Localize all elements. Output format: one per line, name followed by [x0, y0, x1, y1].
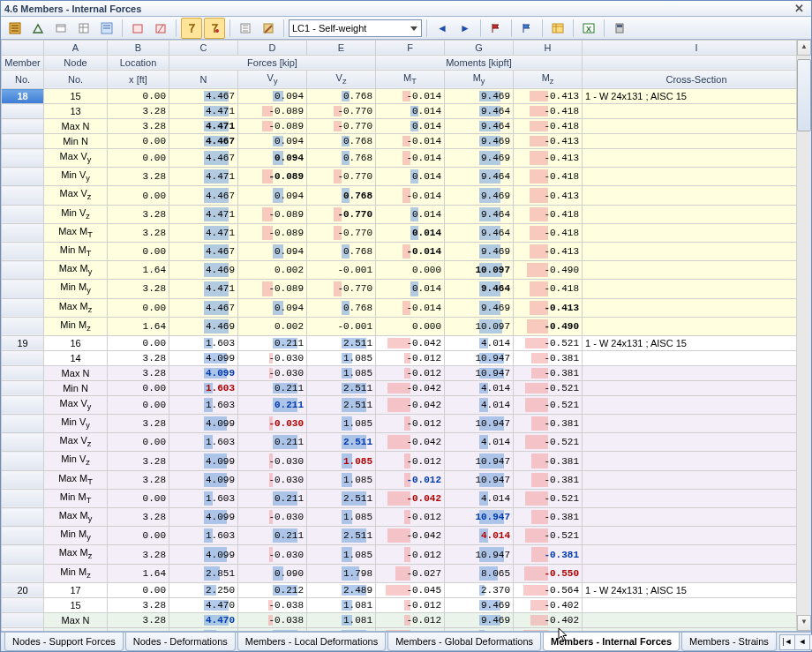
row-header[interactable] — [2, 223, 44, 242]
row-header[interactable] — [2, 395, 44, 414]
x-cell[interactable]: 3.28 — [108, 415, 169, 433]
value-cell-Mt[interactable]: -0.042 — [376, 335, 445, 350]
value-cell-Mt[interactable]: 0.000 — [376, 317, 445, 335]
value-cell-Mt[interactable]: -0.014 — [376, 186, 445, 205]
value-cell-Mz[interactable]: -0.564 — [514, 627, 583, 631]
x-cell[interactable]: 1.64 — [108, 317, 169, 335]
value-cell-Mt[interactable]: 0.014 — [376, 104, 445, 119]
row-header[interactable] — [2, 365, 44, 380]
data-row[interactable]: Max My3.284.099-0.0301.085-0.01210.947-0… — [2, 508, 811, 527]
value-cell-Mz[interactable]: -0.418 — [514, 205, 583, 223]
row-header[interactable] — [2, 527, 44, 545]
tool-icon-2[interactable] — [27, 18, 49, 39]
value-cell-Vy[interactable]: -0.030 — [238, 452, 307, 470]
value-cell-Mz[interactable]: -0.381 — [514, 350, 583, 365]
value-cell-N[interactable]: 4.099 — [169, 415, 238, 433]
cross-section-cell[interactable] — [583, 149, 811, 168]
value-cell-Mz[interactable]: -0.413 — [514, 242, 583, 260]
value-cell-My[interactable]: 10.947 — [445, 350, 514, 365]
value-cell-Vy[interactable]: -0.030 — [238, 508, 307, 527]
value-cell-Vz[interactable]: 1.085 — [307, 452, 376, 470]
node-cell[interactable]: Max MT — [44, 223, 108, 242]
x-cell[interactable]: 3.28 — [108, 365, 169, 380]
value-cell-Vy[interactable]: -0.038 — [238, 612, 307, 627]
flag-icon-2[interactable] — [516, 18, 538, 39]
row-header[interactable] — [2, 380, 44, 395]
data-row[interactable]: Max N3.284.471-0.089-0.7700.0149.464-0.4… — [2, 119, 811, 134]
row-header[interactable] — [2, 298, 44, 317]
x-cell[interactable]: 0.00 — [108, 242, 169, 260]
value-cell-Mt[interactable]: -0.014 — [376, 149, 445, 168]
data-row[interactable]: Max MT3.284.099-0.0301.085-0.01210.947-0… — [2, 470, 811, 489]
node-cell[interactable]: Max My — [44, 508, 108, 527]
close-button[interactable]: ✕ — [791, 2, 808, 15]
value-cell-My[interactable]: 2.370 — [445, 582, 514, 597]
cross-section-cell[interactable] — [583, 350, 811, 365]
value-cell-Mz[interactable]: -0.521 — [514, 433, 583, 452]
row-header[interactable] — [2, 452, 44, 470]
data-row[interactable]: Min N0.004.4670.0940.768-0.0149.469-0.41… — [2, 134, 811, 149]
value-cell-Vz[interactable]: -0.770 — [307, 223, 376, 242]
x-cell[interactable]: 0.00 — [108, 433, 169, 452]
loadcase-combo[interactable]: LC1 - Self-weight — [289, 19, 422, 37]
value-cell-Mt[interactable]: -0.012 — [376, 350, 445, 365]
value-cell-My[interactable]: 9.469 — [445, 242, 514, 260]
value-cell-Mt[interactable]: -0.042 — [376, 489, 445, 507]
value-cell-Vz[interactable]: 0.768 — [307, 186, 376, 205]
value-cell-Vz[interactable]: 1.085 — [307, 545, 376, 564]
tab-nodes-support-forces[interactable]: Nodes - Support Forces — [4, 633, 124, 651]
node-cell[interactable]: 16 — [44, 335, 108, 350]
value-cell-Mz[interactable]: -0.418 — [514, 223, 583, 242]
x-cell[interactable]: 0.00 — [108, 298, 169, 317]
value-cell-N[interactable]: 4.099 — [169, 545, 238, 564]
value-cell-My[interactable]: 4.014 — [445, 380, 514, 395]
value-cell-N[interactable]: 4.467 — [169, 242, 238, 260]
cross-section-cell[interactable] — [583, 261, 811, 280]
data-row[interactable]: Max Mz3.284.099-0.0301.085-0.01210.947-0… — [2, 545, 811, 564]
node-cell[interactable]: Max My — [44, 261, 108, 280]
cross-section-cell[interactable] — [583, 489, 811, 507]
cross-section-cell[interactable] — [583, 527, 811, 545]
tool-icon-3[interactable] — [50, 18, 71, 39]
value-cell-N[interactable]: 4.467 — [169, 149, 238, 168]
value-cell-Vy[interactable]: -0.038 — [238, 597, 307, 612]
value-cell-Mt[interactable]: -0.045 — [376, 627, 445, 631]
value-cell-Mz[interactable]: -0.413 — [514, 186, 583, 205]
value-cell-N[interactable]: 4.469 — [169, 317, 238, 335]
node-cell[interactable]: 13 — [44, 104, 108, 119]
value-cell-N[interactable]: 4.467 — [169, 186, 238, 205]
value-cell-Mt[interactable]: -0.012 — [376, 612, 445, 627]
filter-icon-2[interactable] — [204, 18, 225, 39]
node-cell[interactable]: Max N — [44, 365, 108, 380]
cross-section-cell[interactable] — [583, 380, 811, 395]
value-cell-Vz[interactable]: 0.768 — [307, 89, 376, 104]
x-cell[interactable]: 1.64 — [108, 261, 169, 280]
value-cell-Vz[interactable]: 2.511 — [307, 433, 376, 452]
value-cell-Mt[interactable]: -0.042 — [376, 380, 445, 395]
cross-section-cell[interactable] — [583, 168, 811, 186]
value-cell-N[interactable]: 1.603 — [169, 380, 238, 395]
cross-section-cell[interactable] — [583, 545, 811, 564]
value-cell-Mt[interactable]: -0.042 — [376, 433, 445, 452]
value-cell-Vy[interactable]: 0.211 — [238, 527, 307, 545]
tabs-first[interactable]: |◄ — [779, 634, 795, 650]
value-cell-My[interactable]: 9.464 — [445, 205, 514, 223]
cross-section-cell[interactable] — [583, 395, 811, 414]
x-cell[interactable]: 0.00 — [108, 149, 169, 168]
value-cell-N[interactable]: 4.467 — [169, 89, 238, 104]
tab-members-internal-forces[interactable]: Members - Internal Forces — [543, 633, 680, 651]
row-header[interactable] — [2, 149, 44, 168]
tool-icon-7[interactable] — [150, 18, 171, 39]
value-cell-Mt[interactable]: -0.014 — [376, 298, 445, 317]
cross-section-cell[interactable] — [583, 317, 811, 335]
value-cell-Vy[interactable]: 0.090 — [238, 564, 307, 582]
value-cell-Vy[interactable]: 0.094 — [238, 186, 307, 205]
value-cell-Vz[interactable]: -0.770 — [307, 280, 376, 298]
row-header[interactable] — [2, 612, 44, 627]
value-cell-Vy[interactable]: -0.089 — [238, 119, 307, 134]
node-cell[interactable]: Max Mz — [44, 298, 108, 317]
data-row[interactable]: 153.284.470-0.0381.081-0.0129.469-0.402 — [2, 597, 811, 612]
data-row[interactable]: Max Vy0.004.4670.0940.768-0.0149.469-0.4… — [2, 149, 811, 168]
node-cell[interactable]: Min My — [44, 527, 108, 545]
flag-icon-1[interactable] — [485, 18, 507, 39]
